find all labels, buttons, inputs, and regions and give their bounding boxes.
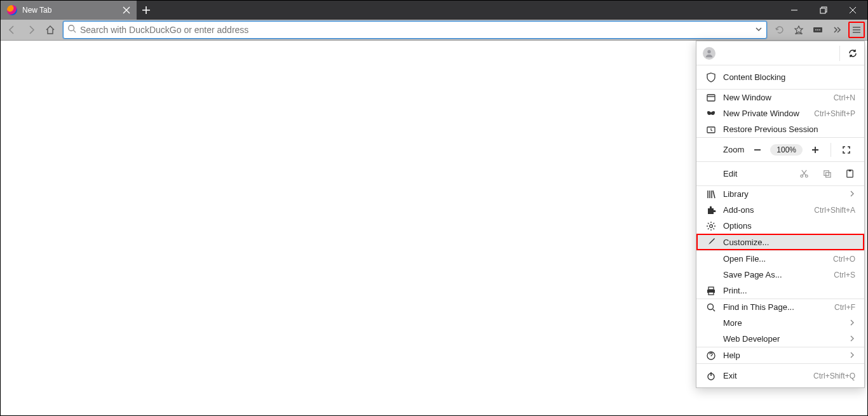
menu-shortcut: Ctrl+N [834, 93, 855, 102]
puzzle-icon [705, 205, 717, 215]
menu-label: Add-ons [723, 205, 814, 215]
menu-help[interactable]: Help [696, 347, 864, 363]
menu-print[interactable]: Print... [696, 283, 864, 299]
menu-label: Customize... [723, 238, 855, 247]
menu-save-page[interactable]: Save Page As... Ctrl+S [696, 267, 864, 283]
zoom-out-button[interactable] [749, 142, 766, 158]
svg-rect-12 [824, 171, 829, 176]
svg-point-7 [707, 50, 710, 53]
help-icon [705, 351, 717, 361]
overflow-button[interactable] [828, 21, 846, 39]
chevron-right-icon [849, 189, 855, 199]
reload-button[interactable] [771, 21, 789, 39]
menu-label: More [723, 318, 849, 328]
avatar-icon [703, 47, 715, 60]
svg-point-6 [819, 29, 820, 30]
menu-addons[interactable]: Add-ons Ctrl+Shift+A [696, 202, 864, 218]
account-row[interactable] [696, 41, 864, 65]
zoom-in-button[interactable] [806, 142, 824, 158]
svg-point-20 [708, 304, 714, 309]
menu-shortcut: Ctrl+Shift+P [814, 109, 855, 118]
menu-label: Save Page As... [723, 270, 834, 279]
menu-label: New Window [723, 93, 834, 102]
svg-point-4 [815, 29, 817, 30]
svg-rect-13 [825, 173, 831, 178]
fullscreen-button[interactable] [837, 142, 855, 158]
mask-icon [705, 109, 717, 119]
copy-button[interactable] [821, 169, 832, 178]
gear-icon [705, 221, 717, 231]
menu-edit-row: Edit [696, 162, 864, 185]
restore-icon [705, 124, 717, 135]
library-toolbar-button[interactable] [790, 21, 808, 39]
menu-label: Web Developer [723, 334, 849, 344]
menu-label: Print... [723, 286, 855, 295]
menu-open-file[interactable]: Open File... Ctrl+O [696, 251, 864, 267]
cut-button[interactable] [798, 169, 810, 178]
svg-rect-15 [848, 170, 851, 171]
menu-shortcut: Ctrl+S [834, 271, 855, 279]
printer-icon [705, 286, 717, 296]
menu-label: Exit [723, 371, 813, 380]
svg-rect-17 [709, 287, 714, 290]
tab-close-button[interactable] [121, 5, 132, 15]
address-input[interactable] [80, 25, 755, 35]
svg-rect-8 [707, 95, 715, 101]
menu-exit[interactable]: Exit Ctrl+Shift+Q [696, 364, 864, 387]
menu-label: Open File... [723, 254, 833, 264]
menu-label: Library [723, 189, 849, 199]
svg-point-2 [69, 25, 74, 31]
menu-restore-session[interactable]: Restore Previous Session [696, 121, 864, 137]
window-icon [705, 93, 717, 103]
menu-content-blocking[interactable]: Content Blocking [696, 65, 864, 89]
sync-button[interactable] [839, 46, 858, 61]
menu-label: Help [723, 351, 849, 360]
window-minimize-button[interactable] [780, 1, 809, 20]
menu-label: Content Blocking [723, 72, 855, 82]
menu-label: Options [723, 221, 855, 231]
edit-label: Edit [723, 169, 798, 178]
search-icon [67, 24, 76, 36]
chevron-right-icon [849, 351, 855, 360]
menu-customize[interactable]: Customize... [696, 234, 864, 250]
back-button[interactable] [3, 21, 21, 39]
new-tab-button[interactable] [137, 1, 156, 20]
svg-point-16 [710, 224, 713, 227]
url-bar[interactable] [63, 21, 767, 39]
paste-button[interactable] [844, 169, 855, 178]
browser-tab[interactable]: New Tab [1, 1, 137, 20]
menu-options[interactable]: Options [696, 218, 864, 234]
zoom-label: Zoom [723, 145, 749, 154]
svg-rect-1 [820, 8, 825, 13]
library-icon [705, 189, 717, 199]
chevron-right-icon [849, 318, 855, 328]
tab-title: New Tab [22, 6, 121, 15]
page-actions-button[interactable] [809, 21, 827, 39]
menu-new-window[interactable]: New Window Ctrl+N [696, 90, 864, 105]
urlbar-dropdown-icon[interactable] [755, 24, 763, 36]
navigation-toolbar [1, 20, 867, 41]
svg-rect-19 [709, 292, 714, 295]
window-restore-button[interactable] [809, 1, 838, 20]
app-menu-panel: Content Blocking New Window Ctrl+N New P… [696, 41, 865, 388]
menu-new-private-window[interactable]: New Private Window Ctrl+Shift+P [696, 105, 864, 121]
menu-label: Find in This Page... [723, 302, 834, 312]
menu-web-developer[interactable]: Web Developer [696, 331, 864, 347]
menu-shortcut: Ctrl+F [834, 303, 855, 312]
menu-more[interactable]: More [696, 315, 864, 331]
power-icon [705, 371, 717, 381]
home-button[interactable] [41, 21, 59, 39]
zoom-value[interactable]: 100% [770, 144, 803, 156]
window-close-button[interactable] [838, 1, 867, 20]
chevron-right-icon [849, 334, 855, 344]
window-controls [780, 1, 867, 20]
app-menu-button[interactable] [848, 22, 865, 38]
forward-button[interactable] [22, 21, 40, 39]
menu-zoom-row: Zoom 100% [696, 138, 864, 161]
firefox-favicon-icon [7, 5, 17, 15]
menu-label: Restore Previous Session [723, 124, 855, 134]
menu-shortcut: Ctrl+O [833, 255, 855, 264]
svg-point-5 [817, 29, 818, 30]
menu-library[interactable]: Library [696, 186, 864, 202]
menu-find[interactable]: Find in This Page... Ctrl+F [696, 299, 864, 315]
